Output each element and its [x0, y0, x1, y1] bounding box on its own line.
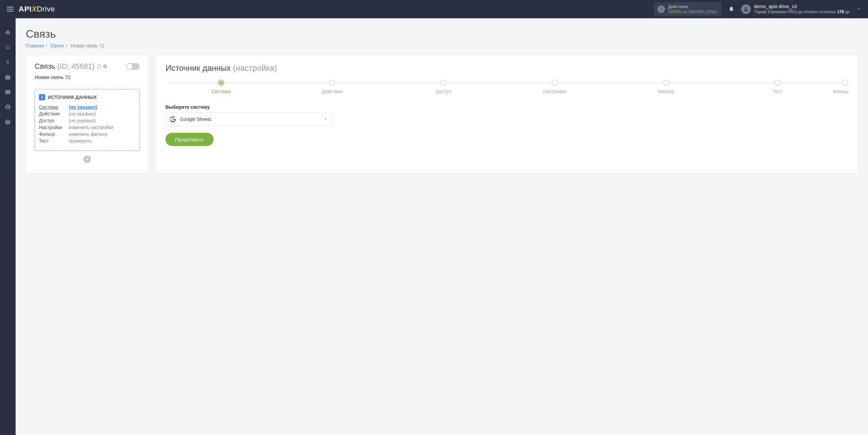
- system-select-value: Google Sheets: [180, 117, 212, 122]
- row-system[interactable]: Система(не указано): [39, 104, 135, 110]
- system-select-label: Выберите систему: [165, 104, 848, 110]
- config-title: Источник данных (настройка): [165, 63, 848, 73]
- step-finish[interactable]: Финиш: [833, 80, 848, 94]
- document-icon[interactable]: [97, 64, 101, 69]
- step-system[interactable]: Система: [165, 80, 277, 94]
- system-select[interactable]: Google Sheets: [165, 112, 333, 126]
- step-action[interactable]: Действие: [277, 80, 388, 94]
- row-action[interactable]: Действие(не указано): [39, 111, 135, 117]
- step-access[interactable]: Доступ: [388, 80, 499, 94]
- google-icon: [170, 116, 176, 122]
- app-header: APIXDrive i Действия: 18'055 из 100'000 …: [0, 0, 868, 18]
- chevron-down-icon[interactable]: [856, 6, 861, 12]
- row-settings[interactable]: Настройкиизменить настройки: [39, 125, 135, 130]
- logo[interactable]: APIXDrive: [19, 5, 55, 14]
- step-number-badge: 1: [39, 94, 45, 100]
- row-test[interactable]: Тестпроверить: [39, 138, 135, 144]
- notifications-icon[interactable]: [728, 6, 734, 13]
- nav-account-icon[interactable]: [0, 100, 16, 115]
- nav-home-icon[interactable]: [0, 25, 16, 40]
- actions-value: 18'055 из 100'000 (18%): [668, 9, 717, 14]
- connection-enable-toggle[interactable]: [126, 63, 140, 70]
- user-menu[interactable]: demo_apix-drive_s3 Тариф |Премиум PRO| д…: [741, 3, 850, 15]
- actions-label: Действия:: [668, 4, 717, 9]
- chevron-down-icon: [323, 117, 328, 122]
- step-settings[interactable]: Настройки: [499, 80, 610, 94]
- connection-title: Связь (ID: 45681): [35, 62, 107, 71]
- row-access[interactable]: Доступ(не указано): [39, 118, 135, 123]
- configuration-card: Источник данных (настройка) Система Дейс…: [156, 55, 858, 173]
- connection-summary-card: Связь (ID: 45681) Новая связь 72 1 ИСТОЧ…: [26, 55, 149, 173]
- gear-icon[interactable]: [103, 64, 107, 69]
- nav-briefcase-icon[interactable]: [0, 70, 16, 85]
- continue-button[interactable]: Продолжить: [165, 133, 214, 146]
- add-destination-button[interactable]: +: [83, 156, 91, 163]
- nav-billing-icon[interactable]: [0, 55, 16, 70]
- menu-toggle-icon[interactable]: [7, 5, 14, 13]
- avatar-icon: [741, 4, 751, 14]
- nav-video-icon[interactable]: [0, 85, 16, 100]
- page-title: Связь: [26, 28, 858, 40]
- data-source-heading: ИСТОЧНИК ДАННЫХ: [48, 95, 97, 100]
- breadcrumb-current: Новая связь 72: [71, 43, 104, 48]
- step-filter[interactable]: Фильтр: [611, 80, 722, 94]
- sidebar: [0, 18, 16, 435]
- nav-connections-icon[interactable]: [0, 40, 16, 55]
- breadcrumb-links[interactable]: Связи: [51, 43, 64, 48]
- data-source-box: 1 ИСТОЧНИК ДАННЫХ Система(не указано) Де…: [35, 89, 140, 151]
- step-test[interactable]: Тест: [722, 80, 833, 94]
- user-tariff: Тариф |Премиум PRO| до оплаты осталось 1…: [754, 9, 850, 15]
- row-filter[interactable]: Фильтризменить фильтр: [39, 131, 135, 137]
- info-icon: i: [657, 5, 665, 13]
- connection-name: Новая связь 72: [35, 74, 140, 84]
- actions-counter[interactable]: i Действия: 18'055 из 100'000 (18%): [654, 2, 722, 16]
- nav-help-icon[interactable]: [0, 115, 16, 129]
- wizard-stepper: Система Действие Доступ Настройки Фильтр…: [165, 80, 848, 94]
- breadcrumb: Главная/ Связи/ Новая связь 72: [26, 43, 858, 48]
- breadcrumb-home[interactable]: Главная: [26, 43, 44, 48]
- user-name: demo_apix-drive_s3: [754, 3, 850, 9]
